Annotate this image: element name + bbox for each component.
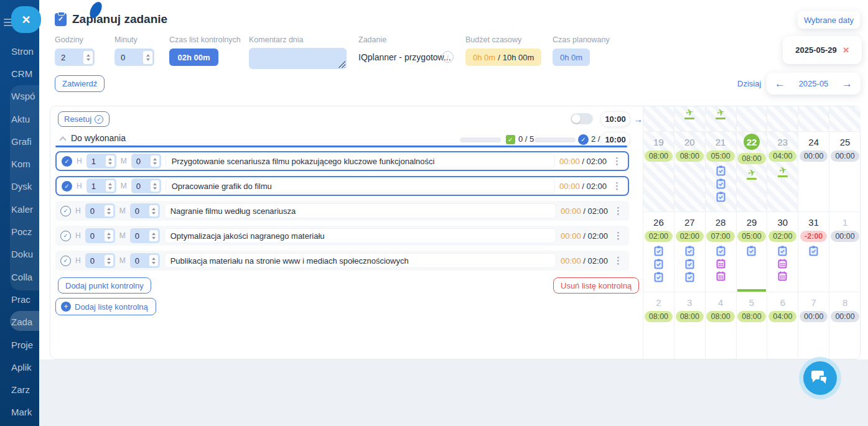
sidebar-item-crm[interactable]: CRM [0,62,39,85]
close-overlay-button[interactable]: ✕ [11,6,41,33]
sidebar-item-aktu[interactable]: Aktu [0,108,39,130]
wybrane-daty-button[interactable]: Wybrane daty [798,11,860,29]
item-minutes-input[interactable]: 0 [131,178,161,193]
godziny-stepper[interactable] [83,51,93,64]
item-title-input[interactable]: Opracowanie grafik do filmu [166,178,555,193]
calendar-day-cell-7[interactable]: 700:00 [798,292,829,359]
sidebar-item-dysk[interactable]: Dysk [0,175,39,198]
sidebar-item-zada[interactable]: Zada [0,311,39,333]
calendar-day-cell[interactable] [643,106,674,131]
minuty-stepper[interactable] [143,51,152,64]
calendar-day-cell-21[interactable]: 2105:00 [706,132,737,211]
hours-stepper[interactable] [105,230,113,241]
dzisiaj-link[interactable]: Dzisiaj [737,79,761,88]
minutes-stepper[interactable] [149,205,158,216]
calendar-day-cell-28[interactable]: 2807:00 [706,212,737,292]
calendar-day-cell-30[interactable]: 3002:00 [767,212,798,292]
sidebar-item-stron[interactable]: Stron [0,40,39,62]
hours-stepper[interactable] [105,205,113,216]
add-checklist-button[interactable]: + Dodaj listę kontrolną [55,298,156,315]
item-hours-input[interactable]: 0 [85,228,115,243]
calendar-day-cell-29[interactable]: 2905:00 [737,212,768,292]
sidebar-item-kom[interactable]: Kom [0,152,39,175]
item-hours-input[interactable]: 1 [86,154,116,169]
item-menu-icon[interactable]: ⋮ [611,180,623,192]
sidebar-item-colla[interactable]: Colla [0,266,39,288]
calendar-day-cell-1[interactable]: 100:00 [829,212,861,292]
minutes-stepper[interactable] [149,255,158,266]
item-title-input[interactable]: Przygotowanie scenariusza filmu pokazują… [166,154,555,169]
calendar-day-cell-22[interactable]: 2208:00✈ [737,132,768,211]
godziny-input[interactable]: 2 [55,49,95,66]
calendar-day-cell-26[interactable]: 2602:00 [643,212,674,292]
sidebar-item-mark[interactable]: Mark [0,401,39,424]
item-hours-input[interactable]: 1 [86,178,116,193]
add-checkpoint-button[interactable]: Dodaj punkt kontrolny [58,277,151,294]
calendar-day-cell[interactable] [829,106,861,131]
hours-stepper[interactable] [105,255,113,266]
calendar-day-cell-6[interactable]: 604:00 [767,292,798,359]
item-check-icon[interactable]: ✓ [62,181,72,192]
minuty-input[interactable]: 0 [114,49,154,66]
calendar-day-cell-4[interactable]: 408:00 [706,292,737,359]
item-menu-icon[interactable]: ⋮ [612,205,624,216]
czas-list-value-button[interactable]: 02h 00m [169,49,218,66]
item-check-icon[interactable]: ✓ [60,231,71,241]
sidebar-item-aplik[interactable]: Aplik [0,356,39,378]
calendar-day-cell-2[interactable]: 208:00 [643,292,674,359]
prev-month-icon[interactable]: ← [775,78,785,89]
remove-date-icon[interactable]: × [843,45,849,55]
calendar-day-cell-24[interactable]: 2400:00 [798,132,829,211]
sidebar-item-grafi[interactable]: Grafi [0,130,39,152]
info-icon[interactable]: i [442,51,454,63]
sidebar-item-proje[interactable]: Proje [0,333,39,356]
sidebar-item-zarz[interactable]: Zarz [0,378,39,401]
item-menu-icon[interactable]: ⋮ [611,155,623,167]
hours-stepper[interactable] [106,155,114,167]
hours-stepper[interactable] [106,180,114,192]
item-title-input[interactable]: Nagranie filmu według scenariusza [164,203,556,218]
calendar-day-cell[interactable]: ✈ [706,106,737,131]
item-menu-icon[interactable]: ⋮ [612,255,624,266]
item-menu-icon[interactable]: ⋮ [612,230,624,241]
item-hours-input[interactable]: 0 [85,253,115,268]
minutes-stepper[interactable] [151,180,159,192]
komentarz-textarea[interactable] [249,48,347,69]
chat-widget-button[interactable] [799,357,841,399]
sidebar-item-wspó[interactable]: Wspó [0,85,39,108]
item-minutes-input[interactable]: 0 [130,253,160,268]
remove-checklist-button[interactable]: Usuń listę kontrolną [553,277,639,294]
calendar-day-cell-23[interactable]: 2304:00✈ [767,132,798,211]
calendar-day-cell-20[interactable]: 2008:00 [674,132,706,211]
collapse-chevron-icon[interactable] [59,136,66,143]
item-check-icon[interactable]: ✓ [62,156,72,167]
calendar-day-cell-3[interactable]: 308:00 [674,292,706,359]
zatwierdz-button[interactable]: Zatwierdź [55,75,105,92]
calendar-day-cell-19[interactable]: 1908:00 [643,132,674,211]
sidebar-item-kaler[interactable]: Kaler [0,198,39,220]
calendar-day-cell-27[interactable]: 2702:00 [674,212,706,292]
item-check-icon[interactable]: ✓ [60,256,71,266]
sidebar-item-prac[interactable]: Prac [0,288,39,310]
minutes-stepper[interactable] [149,230,158,241]
calendar-day-cell-8[interactable]: 800:00 [829,292,861,359]
minutes-stepper[interactable] [151,155,159,167]
item-title-input[interactable]: Optymalizacja jakości nagranego materiał… [164,228,556,243]
next-month-icon[interactable]: → [842,78,852,89]
resize-grip-icon[interactable] [338,60,345,68]
time-toggle[interactable] [571,113,593,124]
item-minutes-input[interactable]: 0 [131,154,161,169]
calendar-day-cell-25[interactable]: 2500:00 [829,132,861,211]
item-minutes-input[interactable]: 0 [130,203,160,218]
item-title-input[interactable]: Publikacja materiału na stronie www i me… [164,253,556,268]
calendar-day-cell-31[interactable]: 31-2:00 [798,212,829,292]
calendar-day-cell[interactable]: ✈ [674,106,706,131]
sidebar-item-doku[interactable]: Doku [0,243,39,266]
calendar-day-cell[interactable] [798,106,829,131]
reset-button[interactable]: Resetuj ✓ [58,111,110,127]
item-hours-input[interactable]: 0 [85,203,115,218]
calendar-day-cell[interactable] [767,106,798,131]
sidebar-item-pocz[interactable]: Pocz [0,220,39,243]
item-minutes-input[interactable]: 0 [130,228,160,243]
calendar-day-cell-5[interactable]: 508:00 [737,292,768,359]
